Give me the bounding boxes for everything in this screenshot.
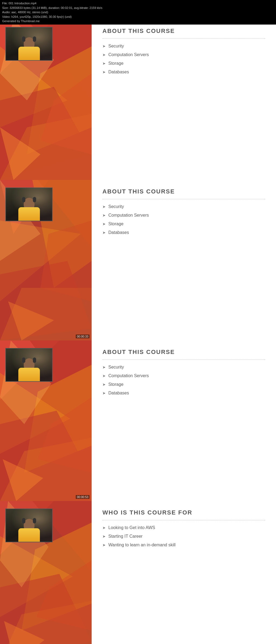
list-item-text-2-4: Databases bbox=[108, 230, 129, 235]
list-item-1-1: ➤ Security bbox=[102, 44, 265, 49]
section-title-1: ABOUT THIS COURSE bbox=[102, 28, 265, 35]
arrow-icon-3-3: ➤ bbox=[102, 382, 106, 387]
list-item-text-2-1: Security bbox=[108, 204, 124, 209]
top-info-bar: File: 001 Introduction.mp4 Size: 3265683… bbox=[0, 0, 276, 25]
list-item-2-3: ➤ Storage bbox=[102, 222, 265, 226]
content-panel-2: ABOUT THIS COURSE ➤ Security ➤ Computati… bbox=[92, 180, 276, 340]
list-item-text-1-1: Security bbox=[108, 44, 124, 49]
list-item-3-3: ➤ Storage bbox=[102, 382, 265, 387]
list-item-text-4-2: Starting IT Career bbox=[108, 534, 143, 539]
content-panel-1: ABOUT THIS COURSE ➤ Security ➤ Computati… bbox=[92, 19, 276, 180]
arrow-icon-3-2: ➤ bbox=[102, 374, 106, 378]
list-item-2-2: ➤ Computation Servers bbox=[102, 213, 265, 218]
main-container: 00:00:33 bbox=[0, 19, 276, 644]
thumbnail-4 bbox=[5, 509, 53, 542]
list-item-1-4: ➤ Databases bbox=[102, 70, 265, 74]
divider-4 bbox=[102, 520, 265, 520]
arrow-icon-4-2: ➤ bbox=[102, 534, 106, 539]
arrow-icon-2-1: ➤ bbox=[102, 205, 106, 209]
audio-info: Audio: aac, 48000 Hz, stereo (und) bbox=[2, 10, 274, 15]
list-item-text-1-3: Storage bbox=[108, 61, 123, 66]
arrow-icon-1-1: ➤ bbox=[102, 44, 106, 48]
arrow-icon-1-2: ➤ bbox=[102, 53, 106, 57]
content-panel-4: WHO IS THIS COURSE FOR ➤ Looking to Get … bbox=[92, 501, 276, 644]
generated-by: Generated by Thumbnail.me bbox=[2, 19, 274, 23]
arrow-icon-3-1: ➤ bbox=[102, 365, 106, 369]
file-size: Size: 32656833 bytes (31.14 MiB), durati… bbox=[2, 6, 274, 10]
list-item-3-1: ➤ Security bbox=[102, 365, 265, 370]
list-item-4-1: ➤ Looking to Get into AWS bbox=[102, 525, 265, 530]
content-panel-3: ABOUT THIS COURSE ➤ Security ➤ Computati… bbox=[92, 340, 276, 501]
filename: File: 001 Introduction.mp4 bbox=[2, 1, 274, 6]
course-list-2: ➤ Security ➤ Computation Servers ➤ Stora… bbox=[102, 204, 265, 239]
video-info: Video: h264, yuv420p, 1920x1080, 30.00 f… bbox=[2, 15, 274, 19]
list-item-text-3-3: Storage bbox=[108, 382, 123, 387]
thumbnail-2 bbox=[5, 188, 53, 221]
list-item-text-1-4: Databases bbox=[108, 70, 129, 74]
video-segment-4: 00:01:13 bbox=[0, 501, 92, 644]
divider-2 bbox=[102, 199, 265, 199]
video-segment-1 bbox=[0, 19, 92, 180]
timestamp-2: 00:00:33 bbox=[76, 335, 89, 338]
list-item-2-1: ➤ Security bbox=[102, 204, 265, 209]
section-title-4: WHO IS THIS COURSE FOR bbox=[102, 509, 265, 516]
list-item-text-3-1: Security bbox=[108, 365, 124, 370]
arrow-icon-1-4: ➤ bbox=[102, 70, 106, 74]
list-item-3-2: ➤ Computation Servers bbox=[102, 373, 265, 378]
list-item-text-4-1: Looking to Get into AWS bbox=[108, 525, 155, 530]
list-item-text-3-2: Computation Servers bbox=[108, 373, 149, 378]
arrow-icon-3-4: ➤ bbox=[102, 391, 106, 395]
thumbnail-3 bbox=[5, 348, 53, 382]
course-list-3: ➤ Security ➤ Computation Servers ➤ Stora… bbox=[102, 365, 265, 399]
section-title-2: ABOUT THIS COURSE bbox=[102, 188, 265, 195]
timestamp-3: 00:00:53 bbox=[76, 495, 89, 499]
arrow-icon-2-2: ➤ bbox=[102, 213, 106, 217]
list-item-text-2-3: Storage bbox=[108, 222, 123, 226]
list-item-text-3-4: Databases bbox=[108, 391, 129, 396]
list-item-1-3: ➤ Storage bbox=[102, 61, 265, 66]
list-item-3-4: ➤ Databases bbox=[102, 391, 265, 396]
arrow-icon-4-1: ➤ bbox=[102, 526, 106, 530]
list-item-text-1-2: Computation Servers bbox=[108, 52, 149, 57]
list-item-1-2: ➤ Computation Servers bbox=[102, 52, 265, 57]
section-title-3: ABOUT THIS COURSE bbox=[102, 349, 265, 356]
list-item-4-2: ➤ Starting IT Career bbox=[102, 534, 265, 539]
arrow-icon-2-4: ➤ bbox=[102, 230, 106, 235]
course-list-1: ➤ Security ➤ Computation Servers ➤ Stora… bbox=[102, 44, 265, 78]
arrow-icon-1-3: ➤ bbox=[102, 61, 106, 66]
video-segment-3: 00:00:53 bbox=[0, 340, 92, 501]
arrow-icon-2-3: ➤ bbox=[102, 222, 106, 226]
arrow-icon-4-3: ➤ bbox=[102, 543, 106, 547]
list-item-text-4-3: Wanting to learn an in-demand skill bbox=[108, 543, 175, 547]
divider-3 bbox=[102, 359, 265, 360]
content-column: ABOUT THIS COURSE ➤ Security ➤ Computati… bbox=[92, 19, 276, 644]
list-item-2-4: ➤ Databases bbox=[102, 230, 265, 235]
list-item-4-3: ➤ Wanting to learn an in-demand skill bbox=[102, 543, 265, 547]
course-list-4: ➤ Looking to Get into AWS ➤ Starting IT … bbox=[102, 525, 265, 551]
video-segment-2: 00:00:33 bbox=[0, 180, 92, 340]
video-column: 00:00:33 bbox=[0, 19, 92, 644]
divider-1 bbox=[102, 38, 265, 39]
list-item-text-2-2: Computation Servers bbox=[108, 213, 149, 218]
thumbnail-1 bbox=[5, 27, 53, 61]
